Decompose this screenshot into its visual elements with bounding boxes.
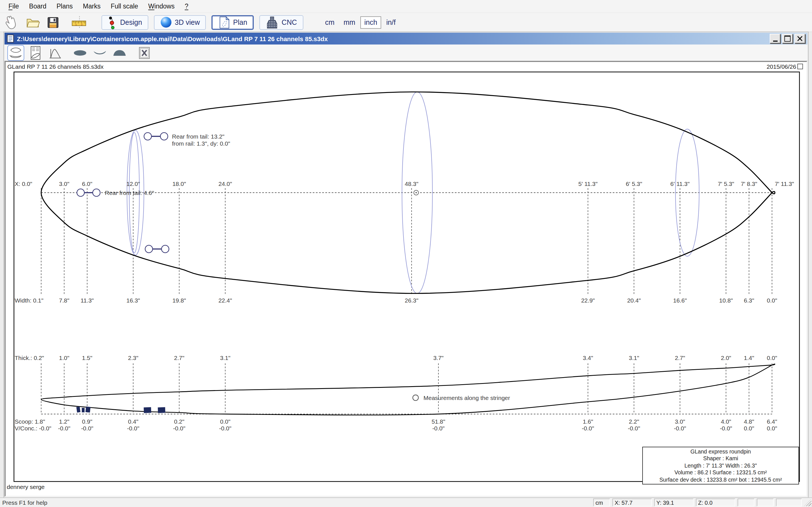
- x-label: 7' 8.3": [741, 180, 757, 187]
- side-fin-top-rear-plug[interactable]: [144, 133, 151, 140]
- view-filled-outline-button[interactable]: [71, 45, 89, 61]
- design-button[interactable]: Design: [101, 15, 148, 30]
- plan-button[interactable]: Plan: [212, 15, 254, 30]
- close-icon: [797, 36, 802, 41]
- vconc-label: -0.0": [432, 425, 445, 432]
- width-label: 16.6": [673, 297, 687, 304]
- fin-box-mark[interactable]: [144, 407, 151, 413]
- document-window: Z:\Users\dennery\Library\Containers\com.…: [3, 32, 809, 498]
- fin-box-mark[interactable]: [77, 406, 81, 412]
- center-fin-rear-plug[interactable]: [77, 189, 84, 196]
- vconc-label: -0.0": [127, 425, 140, 432]
- scoop-label: 2.2": [629, 418, 639, 425]
- minimize-button[interactable]: [770, 34, 780, 43]
- design-icon: [108, 15, 117, 29]
- view-curve-button[interactable]: [47, 45, 64, 61]
- scoop-label: 6.4": [767, 418, 777, 425]
- sphere-icon: [160, 16, 172, 28]
- fin-box-mark[interactable]: [158, 407, 165, 413]
- menu-item-windows[interactable]: Windows: [143, 1, 180, 11]
- x-label: 48.3": [405, 180, 418, 187]
- width-label: 0.0": [767, 297, 777, 304]
- thick-label: 1.0": [59, 355, 69, 361]
- vconc-label: -0.0": [173, 425, 186, 432]
- vconc-label: -0.0": [58, 425, 70, 432]
- cnc-button[interactable]: CNC: [260, 15, 303, 30]
- date-label: 2015/06/26: [767, 63, 796, 70]
- menu-item-item[interactable]: ?: [180, 1, 193, 11]
- board-outline-profile[interactable]: [41, 364, 775, 415]
- vconc-label: -0.0": [720, 425, 732, 432]
- unit-mm[interactable]: mm: [340, 16, 359, 29]
- menu-item-board[interactable]: Board: [24, 1, 51, 11]
- document-icon: [7, 34, 14, 43]
- svg-text:2: 2: [81, 23, 82, 25]
- filled-rocker-icon: [93, 47, 107, 59]
- date-checkbox[interactable]: [797, 64, 803, 69]
- document-title-bar[interactable]: Z:\Users\dennery\Library\Containers\com.…: [4, 33, 808, 45]
- maximize-button[interactable]: [782, 34, 793, 43]
- close-button[interactable]: [795, 34, 805, 43]
- unit-in-f[interactable]: in/f: [382, 16, 400, 29]
- center-fin-label: Rear from tail: 4.6": [105, 189, 154, 196]
- main-toolbar: 1 2 Design3D viewPlanCNC cmmminchin/f: [0, 13, 812, 32]
- thick-label: 2.3": [128, 355, 139, 361]
- view-filled-deck-button[interactable]: [111, 45, 128, 61]
- menu-item-file[interactable]: File: [3, 1, 24, 11]
- open-folder-icon[interactable]: [25, 14, 41, 30]
- x-label: 6' 5.3": [626, 180, 642, 187]
- spreadsheet-icon: [138, 46, 151, 59]
- 3d-view-button-label: 3D view: [175, 18, 200, 26]
- fin-box-mark[interactable]: [82, 408, 85, 412]
- side-fin-bottom-rear-plug[interactable]: [145, 245, 153, 252]
- thick-label: 2.0": [721, 355, 731, 361]
- width-label: 26.3": [405, 297, 418, 304]
- status-cell-z-0-0: Z: 0.0: [696, 499, 735, 506]
- width-label: 22.4": [218, 297, 232, 304]
- scoop-label: 1.2": [59, 418, 69, 425]
- board-center-dot: [416, 192, 417, 193]
- status-cell-empty-5: [757, 499, 774, 506]
- width-label: 6.3": [744, 297, 754, 304]
- info-box-line-1: GLand express roundpin: [643, 448, 799, 455]
- x-label: 7' 5.3": [718, 180, 734, 187]
- vconc-label: V/Conc.: -0.0": [15, 425, 51, 432]
- scoop-label: 0.9": [82, 418, 93, 425]
- view-spec-sheet-button[interactable]: [27, 45, 44, 61]
- width-label: 20.4": [627, 297, 641, 304]
- info-box-line-3: Length : 7' 11.3" Width : 26.3": [643, 462, 799, 469]
- unit-cm[interactable]: cm: [321, 16, 338, 29]
- unit-toggle-group: cmmminchin/f: [320, 16, 400, 29]
- thick-label: 3.1": [629, 355, 639, 361]
- view-outline-profile-button[interactable]: [7, 45, 24, 61]
- resize-grip[interactable]: [804, 499, 811, 506]
- status-cell-cm: cm: [593, 499, 610, 506]
- export-spreadsheet-button[interactable]: [136, 45, 153, 61]
- fin-box-mark[interactable]: [86, 406, 91, 413]
- menu-item-full-scale[interactable]: Full scale: [106, 1, 143, 11]
- thick-label: 1.4": [744, 355, 754, 361]
- scoop-label: 0.0": [220, 418, 231, 425]
- menu-item-marks[interactable]: Marks: [78, 1, 106, 11]
- thick-label: 1.5": [82, 355, 93, 361]
- save-icon[interactable]: [45, 14, 61, 30]
- thick-label: 3.1": [220, 355, 231, 361]
- scoop-label: 51.8": [432, 418, 445, 425]
- vconc-label: -0.0": [582, 425, 594, 432]
- 3d-view-button[interactable]: 3D view: [154, 15, 206, 30]
- x-label: 3.0": [59, 180, 69, 187]
- scoop-label: 4.8": [744, 418, 754, 425]
- vconc-label: -0.0": [219, 425, 232, 432]
- vconc-label: 0.0": [767, 425, 777, 432]
- unit-inch[interactable]: inch: [360, 16, 381, 29]
- side-fin-top-front-plug[interactable]: [160, 133, 168, 140]
- hand-tool-icon[interactable]: [3, 14, 19, 30]
- view-toolbar: [4, 45, 808, 61]
- app-window: FileBoardPlansMarksFull scaleWindows?: [0, 0, 812, 507]
- side-fin-bottom-front-plug[interactable]: [161, 245, 169, 252]
- measure-ruler-icon[interactable]: 1 2: [71, 14, 87, 30]
- center-fin-front-plug[interactable]: [93, 189, 100, 196]
- menu-item-plans[interactable]: Plans: [51, 1, 78, 11]
- view-filled-rocker-button[interactable]: [91, 45, 108, 61]
- vconc-label: 0.0": [744, 425, 754, 432]
